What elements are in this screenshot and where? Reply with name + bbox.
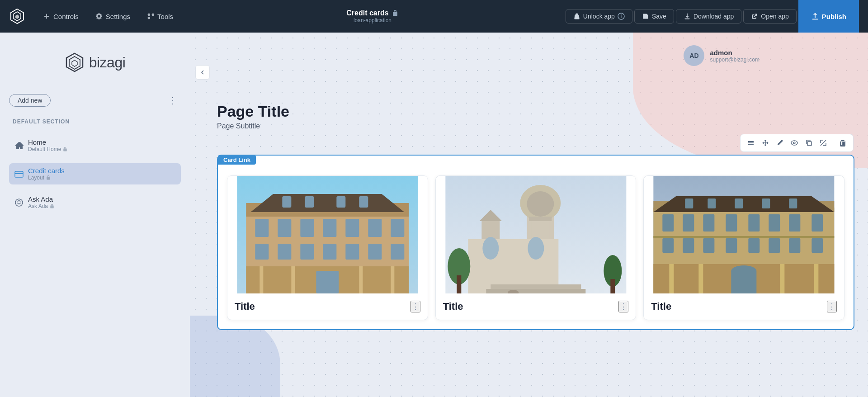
card-footer-2: Title ⋮ — [436, 293, 636, 320]
collapse-panel-button[interactable] — [195, 65, 210, 80]
sidebar-item-ask-ada[interactable]: Ask Ada Ask Ada — [9, 192, 181, 213]
svg-rect-36 — [323, 244, 336, 260]
card-menu-2[interactable]: ⋮ — [618, 301, 628, 312]
svg-rect-34 — [278, 244, 291, 260]
svg-rect-43 — [291, 266, 295, 293]
page-title-area: Page Title Page Subtitle — [217, 103, 289, 130]
card-item-3[interactable]: Title ⋮ — [643, 175, 844, 320]
user-email: support@bizagi.com — [710, 57, 760, 63]
svg-point-55 — [528, 237, 544, 260]
credit-cards-lock-icon — [46, 175, 51, 180]
svg-rect-38 — [368, 244, 382, 260]
toolbar-separator — [833, 138, 833, 147]
sidebar: bizagi Add new ⋮ DEFAULT SECTION Home De… — [0, 33, 190, 397]
sidebar-item-home[interactable]: Home Default Home — [9, 135, 181, 156]
user-name: admon — [710, 49, 760, 57]
toolbar-preview-button[interactable] — [788, 136, 801, 150]
toolbar-move-button[interactable] — [759, 136, 772, 150]
ask-ada-lock-icon — [49, 203, 55, 209]
card-menu-1[interactable]: ⋮ — [410, 301, 420, 312]
add-new-button[interactable]: Add new — [9, 94, 51, 107]
sidebar-more-button[interactable]: ⋮ — [165, 93, 181, 108]
sidebar-logo-icon — [65, 52, 85, 72]
preview-icon — [791, 139, 798, 147]
svg-rect-44 — [359, 266, 363, 293]
svg-rect-80 — [683, 238, 694, 253]
svg-rect-25 — [359, 196, 368, 208]
svg-rect-67 — [708, 198, 716, 208]
toolbar-edit-button[interactable] — [773, 136, 787, 150]
toolbar-resize-button[interactable] — [816, 136, 830, 150]
card-section: Card Link — [217, 155, 854, 330]
svg-rect-84 — [769, 238, 780, 253]
svg-rect-90 — [670, 264, 674, 293]
unlock-app-button[interactable]: Unlock app i — [566, 9, 632, 24]
credit-cards-item-sub: Layout — [28, 175, 65, 181]
card-item-1[interactable]: Title ⋮ — [227, 175, 428, 320]
align-icon — [747, 139, 755, 147]
sidebar-item-credit-cards[interactable]: Credit cards Layout — [9, 163, 181, 184]
toolbar-align-button[interactable] — [744, 136, 758, 150]
publish-icon — [811, 12, 819, 20]
save-button[interactable]: Save — [634, 9, 674, 24]
move-icon — [762, 139, 769, 147]
svg-rect-39 — [391, 244, 404, 260]
svg-rect-86 — [812, 238, 823, 253]
svg-rect-68 — [735, 198, 743, 208]
svg-rect-56 — [491, 284, 581, 289]
svg-rect-70 — [789, 198, 797, 208]
card-footer-3: Title ⋮ — [644, 293, 844, 320]
svg-rect-33 — [255, 244, 269, 260]
svg-rect-61 — [610, 279, 615, 293]
svg-rect-29 — [323, 219, 336, 237]
card-title-1: Title — [235, 301, 255, 312]
card-toolbar — [740, 134, 854, 152]
svg-rect-76 — [769, 214, 780, 232]
svg-rect-85 — [789, 238, 801, 253]
card-menu-3[interactable]: ⋮ — [827, 301, 837, 312]
building-svg-3 — [644, 176, 844, 293]
home-item-name: Home — [28, 138, 68, 146]
svg-rect-71 — [663, 214, 674, 232]
sidebar-logo-area: bizagi — [9, 43, 181, 86]
svg-rect-51 — [529, 217, 552, 221]
svg-marker-2 — [15, 14, 19, 19]
controls-button[interactable]: Controls — [36, 9, 85, 24]
svg-rect-31 — [368, 219, 382, 237]
ask-ada-item-name: Ask Ada — [28, 195, 55, 203]
cards-grid: Title ⋮ — [227, 175, 844, 320]
topnav-center: Credit cards loan-application — [179, 9, 566, 24]
user-info: admon support@bizagi.com — [710, 49, 760, 63]
canvas: AD admon support@bizagi.com Page Title P… — [190, 33, 868, 397]
svg-point-16 — [791, 141, 797, 145]
resize-icon — [820, 139, 827, 147]
card-link-badge: Card Link — [218, 155, 256, 165]
tools-button[interactable]: Tools — [140, 9, 179, 24]
card-title-2: Title — [443, 301, 463, 312]
toolbar-delete-button[interactable] — [836, 136, 849, 150]
svg-rect-8 — [15, 171, 23, 177]
svg-rect-30 — [345, 219, 359, 237]
app-title: Credit cards — [346, 9, 388, 17]
svg-rect-18 — [807, 142, 811, 146]
settings-button[interactable]: Settings — [89, 9, 137, 24]
delete-icon — [839, 139, 846, 147]
download-app-button[interactable]: Download app — [676, 9, 742, 24]
card-title-3: Title — [651, 301, 671, 312]
credit-cards-item-name: Credit cards — [28, 167, 65, 175]
user-area: AD admon support@bizagi.com — [684, 45, 760, 66]
card-item-2[interactable]: Title ⋮ — [435, 175, 637, 320]
svg-rect-94 — [654, 236, 835, 238]
svg-rect-9 — [15, 173, 23, 174]
svg-text:i: i — [621, 14, 622, 19]
home-icon — [14, 141, 24, 150]
unlock-icon — [573, 13, 580, 20]
open-app-button[interactable]: Open app — [743, 9, 797, 24]
edit-icon — [776, 139, 783, 147]
svg-rect-32 — [391, 219, 404, 237]
publish-button[interactable]: Publish — [798, 0, 859, 33]
card-image-1 — [227, 176, 428, 293]
svg-rect-15 — [748, 144, 754, 145]
collapse-icon — [199, 69, 206, 76]
toolbar-copy-button[interactable] — [802, 136, 816, 150]
